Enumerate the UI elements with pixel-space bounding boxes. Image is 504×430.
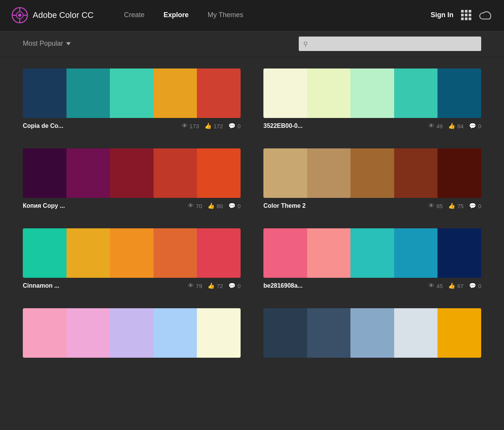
color-swatches[interactable] xyxy=(263,148,481,198)
theme-meta: Color Theme 2👁 65👍 75💬 0 xyxy=(263,202,481,209)
color-swatch xyxy=(350,148,394,198)
color-swatch xyxy=(263,148,307,198)
color-swatches[interactable] xyxy=(23,308,241,358)
like-icon: 👍 xyxy=(448,282,455,289)
like-icon: 👍 xyxy=(448,123,455,129)
color-swatches[interactable] xyxy=(23,228,241,278)
color-swatch xyxy=(154,68,197,118)
color-swatch xyxy=(23,308,67,358)
theme-card: Copia de Co...👁 173👍 172💬 0 xyxy=(23,68,241,129)
color-swatch xyxy=(263,308,307,358)
sort-dropdown[interactable]: Most Popular xyxy=(23,40,71,48)
comments-stat: 💬 0 xyxy=(228,202,241,209)
like-icon: 👍 xyxy=(448,202,455,209)
theme-card xyxy=(263,308,481,358)
theme-card: Копия Copy ...👁 70👍 80💬 0 xyxy=(23,148,241,209)
color-swatch xyxy=(437,228,481,278)
eye-icon: 👁 xyxy=(182,123,188,129)
comment-icon: 💬 xyxy=(228,202,236,209)
like-icon: 👍 xyxy=(208,282,215,289)
eye-icon: 👁 xyxy=(428,123,434,129)
comment-icon: 💬 xyxy=(469,202,476,209)
comments-stat: 💬 0 xyxy=(469,123,481,129)
header-right: Sign In xyxy=(431,8,493,22)
color-swatch xyxy=(307,148,351,198)
color-swatch xyxy=(197,68,241,118)
color-swatch xyxy=(67,308,110,358)
color-swatch xyxy=(350,308,394,358)
comment-icon: 💬 xyxy=(228,123,236,129)
comment-icon: 💬 xyxy=(228,282,236,289)
theme-name: Copia de Co... xyxy=(23,123,176,129)
color-swatch xyxy=(67,68,110,118)
comments-stat: 💬 0 xyxy=(228,282,241,289)
theme-name: Cinnamon ... xyxy=(23,282,182,289)
theme-meta: be2816908a...👁 45👍 67💬 0 xyxy=(263,282,481,289)
views-stat: 👁 70 xyxy=(188,202,202,209)
theme-card xyxy=(23,308,241,358)
color-swatch xyxy=(437,148,481,198)
cloud-icon[interactable] xyxy=(479,8,493,22)
main-nav: Create Explore My Themes xyxy=(124,11,431,19)
search-icon: ⚲ xyxy=(303,40,308,47)
comments-stat: 💬 0 xyxy=(228,123,241,129)
color-swatch xyxy=(437,308,481,358)
nav-my-themes[interactable]: My Themes xyxy=(208,11,243,19)
color-swatch xyxy=(23,68,67,118)
theme-card: be2816908a...👁 45👍 67💬 0 xyxy=(263,228,481,289)
color-swatches[interactable] xyxy=(263,308,481,358)
nav-create[interactable]: Create xyxy=(124,11,144,19)
theme-card: Color Theme 2👁 65👍 75💬 0 xyxy=(263,148,481,209)
theme-meta: Cinnamon ...👁 79👍 72💬 0 xyxy=(23,282,241,289)
nav-explore[interactable]: Explore xyxy=(163,11,189,19)
color-swatches[interactable] xyxy=(23,68,241,118)
color-swatch xyxy=(154,148,197,198)
svg-point-6 xyxy=(18,14,21,17)
filter-bar: Most Popular ⚲ xyxy=(0,30,504,57)
sign-in-button[interactable]: Sign In xyxy=(431,11,453,19)
search-container: ⚲ xyxy=(299,37,481,51)
apps-grid-icon[interactable] xyxy=(461,10,471,20)
color-swatch xyxy=(307,228,351,278)
logo-area: Adobe Color CC xyxy=(11,7,94,24)
color-swatches[interactable] xyxy=(263,228,481,278)
main-content: Copia de Co...👁 173👍 172💬 03522EB00-0...… xyxy=(0,57,504,369)
eye-icon: 👁 xyxy=(188,202,194,209)
comment-icon: 💬 xyxy=(469,282,476,289)
color-swatch xyxy=(154,228,197,278)
likes-stat: 👍 84 xyxy=(448,123,464,129)
eye-icon: 👁 xyxy=(428,202,434,209)
color-swatch xyxy=(350,68,394,118)
color-swatch xyxy=(197,148,241,198)
color-swatch xyxy=(110,68,154,118)
theme-name: Color Theme 2 xyxy=(263,202,423,209)
likes-stat: 👍 80 xyxy=(208,202,223,209)
color-swatches[interactable] xyxy=(263,68,481,118)
eye-icon: 👁 xyxy=(188,282,194,289)
like-icon: 👍 xyxy=(204,123,212,129)
sort-label: Most Popular xyxy=(23,40,63,48)
theme-card: 3522EB00-0...👁 49👍 84💬 0 xyxy=(263,68,481,129)
color-swatch xyxy=(394,148,438,198)
color-swatch xyxy=(197,228,241,278)
views-stat: 👁 45 xyxy=(428,282,443,289)
color-swatch xyxy=(394,308,438,358)
color-swatches[interactable] xyxy=(23,148,241,198)
views-stat: 👁 49 xyxy=(428,123,443,129)
search-input[interactable] xyxy=(299,37,481,51)
color-swatch xyxy=(350,228,394,278)
logo-icon xyxy=(11,7,28,24)
logo-text: Adobe Color CC xyxy=(33,10,94,20)
likes-stat: 👍 75 xyxy=(448,202,464,209)
color-swatch xyxy=(263,68,307,118)
eye-icon: 👁 xyxy=(428,282,434,289)
color-swatch xyxy=(67,228,110,278)
color-swatch xyxy=(23,148,67,198)
comment-icon: 💬 xyxy=(469,123,476,129)
theme-name: 3522EB00-0... xyxy=(263,123,423,129)
comments-stat: 💬 0 xyxy=(469,202,481,209)
likes-stat: 👍 67 xyxy=(448,282,464,289)
color-swatch xyxy=(110,148,154,198)
color-swatch xyxy=(67,148,110,198)
views-stat: 👁 173 xyxy=(182,123,199,129)
